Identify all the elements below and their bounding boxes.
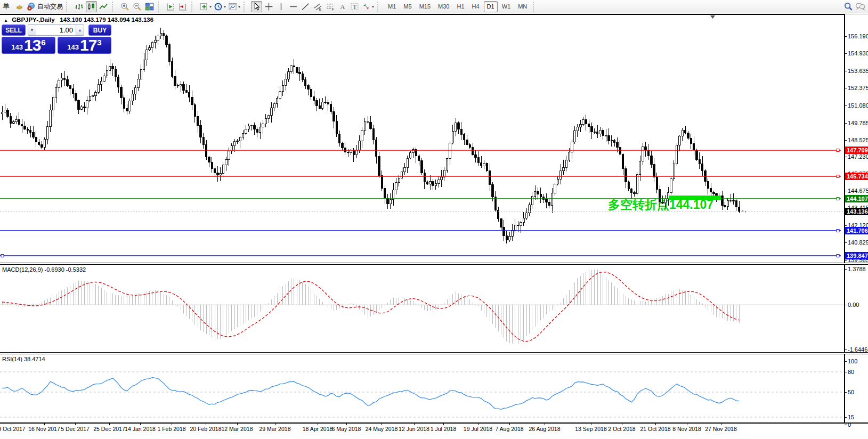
search-icon bbox=[843, 2, 853, 11]
date-label: 26 Aug 2018 bbox=[529, 426, 561, 432]
timeframe-button-mn[interactable]: MN bbox=[515, 1, 530, 12]
horizontal-line-147.709[interactable] bbox=[0, 149, 841, 152]
macd-axis-tick: 0.00 bbox=[848, 302, 859, 308]
cursor-icon[interactable] bbox=[251, 1, 262, 12]
date-tick-mark bbox=[237, 422, 238, 425]
price-axis-tick: 140.825 bbox=[848, 239, 868, 246]
price-tick-mark bbox=[845, 53, 847, 54]
trade-book-icon bbox=[15, 2, 24, 11]
date-label: 8 Nov 2018 bbox=[672, 426, 701, 432]
line-price-label-139.847[interactable]: 139.847 bbox=[845, 252, 868, 259]
price-tick-mark bbox=[845, 105, 847, 106]
templates-icon bbox=[228, 2, 237, 11]
equidistant-channel-icon[interactable]: E bbox=[312, 1, 323, 12]
dropdown-caret-icon[interactable]: ▾ bbox=[372, 4, 374, 9]
rsi-pane bbox=[0, 372, 844, 417]
autotrading-button[interactable]: 自动交易 bbox=[26, 1, 63, 12]
periods-icon bbox=[214, 2, 223, 11]
toolbar-separator bbox=[244, 2, 248, 12]
bid-price-label: 143.136 bbox=[845, 208, 868, 215]
chart-shift-icon[interactable] bbox=[177, 1, 189, 12]
line-handle[interactable] bbox=[1, 255, 4, 257]
date-tick-mark bbox=[346, 422, 347, 425]
crosshair-icon[interactable] bbox=[263, 1, 274, 12]
timeframe-button-m15[interactable]: M15 bbox=[416, 1, 434, 12]
chat-icon bbox=[855, 2, 865, 11]
price-tick-mark bbox=[845, 260, 847, 261]
line-chart-icon[interactable] bbox=[98, 1, 109, 12]
timeframe-button-h1[interactable]: H1 bbox=[453, 1, 467, 12]
vertical-line-icon[interactable] bbox=[275, 1, 287, 12]
date-label: 5 Dec 2017 bbox=[61, 426, 90, 432]
toolbar-separator bbox=[66, 2, 70, 12]
label-tool-icon: T bbox=[350, 2, 359, 11]
price-axis-tick: 152.375 bbox=[848, 85, 868, 91]
horizontal-line-139.847[interactable] bbox=[0, 255, 841, 257]
arrows-icon[interactable]: ▾ bbox=[361, 1, 375, 12]
macd-axis-tick: 1.3788 bbox=[848, 266, 866, 272]
candlestick-chart-icon[interactable] bbox=[86, 1, 97, 12]
date-label: 29 Mar 2018 bbox=[259, 426, 291, 432]
search-icon[interactable] bbox=[842, 1, 854, 12]
tile-windows-icon[interactable] bbox=[144, 1, 155, 12]
label-tool-icon[interactable]: T bbox=[349, 1, 360, 12]
price-axis-tick: 156.190 bbox=[848, 33, 868, 39]
date-tick-mark bbox=[172, 422, 172, 425]
date-tick-mark bbox=[318, 422, 318, 425]
line-price-label-147.709[interactable]: 147.709 bbox=[845, 147, 868, 154]
equidistant-channel-icon: E bbox=[313, 2, 322, 11]
text-tool-icon[interactable]: A bbox=[337, 1, 348, 12]
line-price-label-144.107[interactable]: 144.107 bbox=[845, 195, 868, 202]
zoom-in-icon[interactable] bbox=[119, 1, 131, 12]
indicators-icon[interactable]: ▾ bbox=[199, 1, 212, 12]
chart-canvas[interactable] bbox=[0, 14, 844, 422]
macd-tick-mark bbox=[845, 269, 847, 270]
price-tick-mark bbox=[845, 123, 847, 124]
date-tick-mark bbox=[478, 422, 478, 425]
zoom-out-icon[interactable] bbox=[132, 1, 143, 12]
date-label: 13 Sep 2018 bbox=[575, 426, 607, 432]
trendline-icon[interactable] bbox=[300, 1, 311, 12]
line-price-label-145.734[interactable]: 145.734 bbox=[845, 173, 868, 180]
horizontal-line-141.706[interactable] bbox=[0, 230, 841, 232]
date-label: 19 Jul 2018 bbox=[464, 426, 492, 432]
price-tick-mark bbox=[845, 36, 847, 37]
price-axis-tick: 151.080 bbox=[848, 102, 868, 109]
highlight-band[interactable] bbox=[669, 196, 721, 200]
timeframe-button-m1[interactable]: M1 bbox=[385, 1, 399, 12]
horizontal-line-icon[interactable] bbox=[288, 1, 299, 12]
horizontal-line-145.734[interactable] bbox=[0, 175, 841, 178]
arrows-icon bbox=[362, 2, 371, 11]
periods-icon[interactable]: ▾ bbox=[213, 1, 226, 12]
auto-scroll-icon bbox=[166, 2, 175, 11]
price-axis-tick: 144.675 bbox=[848, 188, 868, 194]
tile-windows-icon bbox=[145, 2, 154, 11]
toolbar-separator bbox=[377, 2, 382, 12]
rsi-tick-mark bbox=[845, 392, 847, 393]
fibonacci-icon[interactable]: F bbox=[325, 1, 336, 12]
macd-tick-mark bbox=[845, 305, 847, 305]
date-tick-mark bbox=[655, 422, 656, 425]
price-axis-tick: 148.525 bbox=[848, 137, 868, 143]
chat-icon[interactable] bbox=[855, 1, 866, 12]
line-price-label-141.706[interactable]: 141.706 bbox=[845, 227, 868, 234]
templates-icon[interactable]: ▾ bbox=[228, 1, 241, 12]
timeframe-button-m30[interactable]: M30 bbox=[435, 1, 452, 12]
timeframe-button-d1[interactable]: D1 bbox=[484, 1, 498, 12]
svg-text:F: F bbox=[332, 7, 334, 11]
date-tick-mark bbox=[75, 422, 76, 425]
date-tick-mark bbox=[622, 422, 622, 425]
chart-shift-marker-icon[interactable] bbox=[710, 15, 715, 19]
dropdown-caret-icon[interactable]: ▾ bbox=[209, 4, 212, 9]
date-label: 24 May 2018 bbox=[366, 426, 398, 432]
bar-chart-icon[interactable] bbox=[74, 1, 85, 12]
trade-book-icon[interactable] bbox=[14, 1, 25, 12]
dropdown-caret-icon[interactable]: ▾ bbox=[224, 4, 226, 9]
dropdown-caret-icon[interactable]: ▾ bbox=[238, 4, 240, 9]
new-order-partial-button[interactable]: 单 bbox=[2, 1, 13, 12]
rsi-axis-tick: 100 bbox=[848, 358, 857, 364]
timeframe-button-h4[interactable]: H4 bbox=[469, 1, 483, 12]
auto-scroll-icon[interactable] bbox=[165, 1, 176, 12]
timeframe-button-w1[interactable]: W1 bbox=[499, 1, 514, 12]
timeframe-button-m5[interactable]: M5 bbox=[400, 1, 415, 12]
